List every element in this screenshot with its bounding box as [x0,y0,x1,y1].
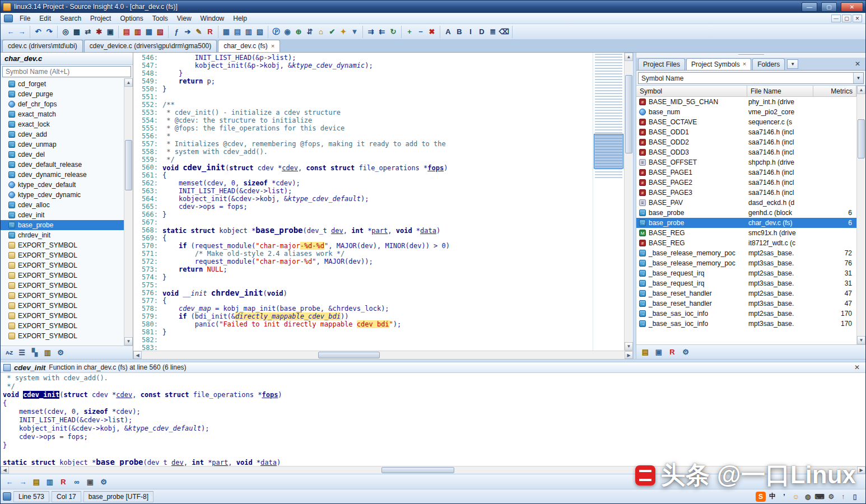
menu-tools[interactable]: Tools [148,13,173,24]
replace-icon[interactable]: ⇄ [82,26,94,38]
code-line[interactable]: 581:} [133,328,593,336]
record-icon[interactable]: ◉ [282,26,293,38]
scroll-up-icon[interactable]: ▲ [625,53,633,61]
minimize-button[interactable]: — [802,2,817,12]
menu-search[interactable]: Search [55,13,86,24]
menu-help[interactable]: Help [229,13,252,24]
search-icon[interactable]: ◎ [60,26,71,38]
menu-file[interactable]: File [15,13,35,24]
symbol-list-item[interactable]: ktype_cdev_dynamic [1,190,124,200]
symbol-table-row[interactable]: BASE_PAVdasd_eckd.h (d [636,198,856,208]
symbol-table-row[interactable]: _base_reset_handlermpt3sas_base.47 [636,298,856,309]
back-icon[interactable]: ← [5,26,16,38]
go-forward-icon[interactable]: → [17,476,29,487]
layout-grid-icon[interactable]: ▦ [221,26,232,38]
scroll-left-icon[interactable]: ◀ [1,466,9,474]
context-code-line[interactable]: */ [3,382,863,391]
symbol-list-item[interactable]: cdev_init [1,210,124,220]
code-line[interactable]: 560:void cdev_init(struct cdev *cdev, co… [133,164,593,171]
code-line[interactable]: 576:void __init chrdev_init(void) [133,289,593,297]
editor-horizontal-scrollbar[interactable]: ◀ ▶ [133,351,633,359]
code-line[interactable]: 546: INIT_LIST_HEAD(&p->list); [133,54,593,62]
context-code-line[interactable]: cdev->ops = fops; [3,433,863,441]
symbol-list-item[interactable]: exact_lock [1,119,124,129]
scroll-down-icon[interactable]: ▼ [625,342,633,351]
file-save-icon[interactable]: ▦ [143,26,155,38]
scrollbar-thumb[interactable] [858,119,865,158]
symbol-table-scrollbar[interactable]: ▲ ▼ [856,86,865,344]
context-code-line[interactable]: { [3,399,863,408]
child-restore-icon[interactable]: ▢ [842,15,851,22]
symbol-table-row[interactable]: BASE_OFFSETshpchp.h (drive [636,157,856,167]
symbol-name-combo[interactable]: Symbol Name ▼ [638,72,864,84]
project-files-icon[interactable]: ▤ [640,347,651,358]
symbol-table-row[interactable]: BASE_PAGE1saa7146.h (incl [636,167,856,178]
scroll-up-icon[interactable]: ▲ [124,78,133,87]
layout-rows-icon[interactable]: ▤ [232,26,243,38]
file-tab[interactable]: cdev_device.c (drivers\gpu\drm\gma500) [84,40,217,52]
panel-tab-project-symbols[interactable]: Project Symbols× [686,58,751,70]
close-panel-icon[interactable]: ✕ [851,60,864,68]
docs-view-icon[interactable]: ▥ [42,347,53,358]
column-symbol[interactable]: Symbol [636,86,747,96]
browse-icon[interactable]: ▤ [31,476,42,487]
code-line[interactable]: 572: request_module("char-major-%d", MAJ… [133,258,593,265]
code-line[interactable]: 557: * Initializes @cdev, remembering @f… [133,140,593,148]
code-line[interactable]: 562: memset(cdev, 0, sizeof *cdev); [133,179,593,187]
context-code-line[interactable]: INIT_LIST_HEAD(&cdev->list); [3,416,863,424]
file-new-icon[interactable]: ▤ [121,26,132,38]
filter-icon[interactable]: ▼ [349,26,360,38]
symbol-table-row[interactable]: _base_request_irqmpt3sas_base.31 [636,278,856,288]
symbol-list-item[interactable]: cdev_alloc [1,200,124,210]
scroll-up-icon[interactable]: ▲ [857,86,865,94]
merge-icon[interactable]: ⇉ [365,26,376,38]
docs-icon[interactable]: ▥ [44,476,55,487]
new-window-icon[interactable]: ▣ [653,347,664,358]
sort-alpha-icon[interactable]: A-Z [3,347,15,358]
scroll-down-icon[interactable]: ▼ [124,337,133,346]
keyboard-icon[interactable]: ⌨ [814,492,825,502]
relation-window-icon[interactable]: R [667,347,678,358]
scrollbar-thumb[interactable] [318,352,380,358]
symbol-table-row[interactable]: base_numvme_pio2_core [636,107,856,117]
code-line[interactable]: 573: return NULL; [133,265,593,273]
index-icon[interactable]: ⌂ [315,26,327,38]
scroll-right-icon[interactable]: ▶ [625,351,633,359]
symbol-table-row[interactable]: BASE_ODD1saa7146.h (incl [636,127,856,137]
symbol-list-item[interactable]: EXPORT_SYMBOL [1,331,124,341]
code-line[interactable]: 553: * cdev_init() - initialize a cdev s… [133,109,593,116]
symbol-list-item[interactable]: exact_match [1,109,124,119]
style-list-icon[interactable]: ≣ [487,26,499,38]
symbol-list-item[interactable]: EXPORT_SYMBOL [1,270,124,281]
symbol-table-row[interactable]: _base_request_irqmpt2sas_base.31 [636,268,856,278]
symbol-table-row[interactable]: BASE_OCTAVEsequencer.c (s [636,117,856,127]
code-line[interactable]: 582: [133,336,593,344]
symbol-list-item[interactable]: EXPORT_SYMBOL [1,311,124,321]
code-line[interactable]: 555: * @fops: the file_operations for th… [133,124,593,132]
symbol-table-row[interactable]: BASE_REGsmc91x.h (drive [636,228,856,238]
symbol-table-row[interactable]: base_probechar_dev.c (fs)6 [636,218,856,228]
mark-icon[interactable]: ✦ [338,26,349,38]
style-clear-icon[interactable]: ⌫ [499,26,510,38]
symbol-table-row[interactable]: BASE_ODD2saa7146.h (incl [636,137,856,147]
chinese-mode-icon[interactable]: 中 [767,492,777,502]
punctuation-icon[interactable]: ’ [779,492,789,502]
code-line[interactable]: 547: kobject_init(&p->kobj, &ktype_cdev_… [133,62,593,69]
file-close-icon[interactable]: ▧ [155,26,166,38]
code-line[interactable]: 565: cdev->ops = fops; [133,203,593,211]
code-line[interactable]: 564: kobject_init(&cdev->kobj, &ktype_cd… [133,195,593,203]
symbol-table-row[interactable]: BASE_PAGE2saa7146.h (incl [636,178,856,188]
panel-tab-project-files[interactable]: Project Files [638,58,685,70]
delete-icon[interactable]: ✖ [426,26,437,38]
lock-icon[interactable]: ▣ [85,476,96,487]
code-line[interactable]: 551: [133,93,593,101]
context-code-area[interactable]: * system with cdev_add(). */void cdev_in… [1,373,865,466]
editor-vertical-scrollbar[interactable]: ▲ ▼ [624,53,633,351]
symbol-table-row[interactable]: BASE_PAGE3saa7146.h (incl [636,188,856,198]
split-icon[interactable]: ⇇ [376,26,388,38]
scroll-down-icon[interactable]: ▼ [857,336,865,344]
file-tab[interactable]: cdev.c (drivers\mtd\ubi) [2,40,83,52]
list-view-icon[interactable]: ☰ [16,347,27,358]
code-line[interactable]: 578: cdev_map = kobj_map_init(base_probe… [133,305,593,312]
goto-definition-icon[interactable]: ➔ [182,26,193,38]
